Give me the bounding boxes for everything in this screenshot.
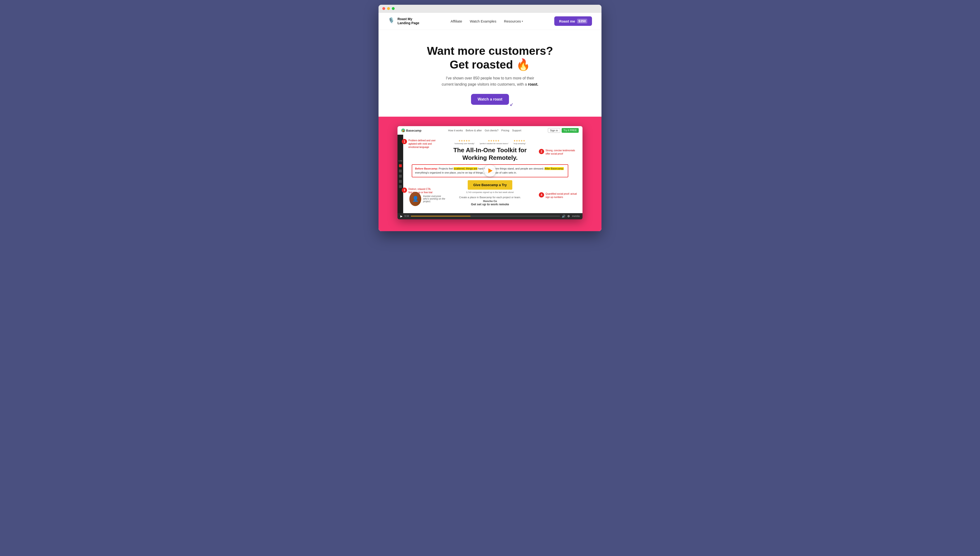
cta-price: $350 [577, 19, 587, 23]
avatar-text: Involve everyone who's working on the pr… [423, 195, 447, 203]
maximize-button[interactable] [392, 7, 395, 10]
sidebar-tool-2 [399, 170, 402, 172]
basecamp-icon: ⛺ [401, 129, 405, 132]
video-cta-button[interactable]: Give Basecamp a Try [468, 180, 513, 190]
star-group-3: ★★★★★ "truly amazing" [513, 139, 526, 145]
hero-section: Want more customers? Get roasted 🔥 I've … [378, 30, 602, 116]
sidebar-tool-5 [399, 185, 402, 188]
logo-text: Roast My Landing Page [398, 17, 419, 25]
video-container: ⛺ Basecamp How it works Before & after G… [398, 126, 582, 219]
play-triangle-icon [488, 168, 493, 173]
logo[interactable]: 🎙️ Roast My Landing Page [388, 17, 419, 25]
annotation-4-text: Quantified social proof: actual sign up … [545, 192, 579, 199]
progress-fill [411, 216, 470, 217]
close-button[interactable] [382, 7, 385, 10]
annotation-number-1: 1 [402, 139, 407, 144]
logo-icon: 🎙️ [388, 17, 396, 25]
annotation-number-4: 4 [539, 192, 544, 197]
navbar: 🎙️ Roast My Landing Page Affiliate Watch… [378, 13, 602, 30]
play-control-icon[interactable]: ▶ [400, 215, 403, 218]
annotation-1-text: Problem defined and user agitated with v… [408, 139, 437, 149]
before-after-box: Before Basecamp: Projects feel scattered… [412, 164, 568, 177]
video-try-free: Try it FREE [562, 128, 579, 133]
browser-window: 🎙️ Roast My Landing Page Affiliate Watch… [378, 5, 602, 231]
watch-roast-button[interactable]: Watch a roast ↙ [471, 94, 509, 105]
nav-affiliate[interactable]: Affiliate [451, 19, 462, 23]
nav-links: Affiliate Watch Examples Resources ▾ [451, 19, 523, 23]
wistia-logo: ≋wistia [572, 215, 580, 217]
sidebar-tool-1 [399, 164, 402, 167]
annotation-number-2: 2 [539, 149, 544, 154]
video-brand: ⛺ Basecamp [401, 129, 422, 132]
video-nav-links: How it works Before & after Got clients?… [448, 129, 521, 132]
video-controls: ▶ 9:34 🔊 ⚙ ≋wistia [398, 213, 582, 219]
annotation-4: 4 Quantified social proof: actual sign u… [539, 192, 579, 199]
sidebar-tool-3 [399, 175, 402, 178]
video-body: 1:53 1 Problem defined and user agitated… [398, 135, 582, 213]
annotation-number-3: 3 [402, 187, 407, 193]
annotation-2: 2 Strong, concise testimonials offer soc… [539, 149, 579, 155]
nav-watch-examples[interactable]: Watch Examples [470, 19, 496, 23]
time-display: 9:34 [404, 215, 409, 217]
nav-resources[interactable]: Resources ▾ [504, 19, 523, 23]
video-signin: Sign in [548, 128, 560, 133]
avatar-image: 👤 [409, 192, 421, 206]
progress-bar[interactable] [411, 216, 560, 217]
roast-me-button[interactable]: Roast me $350 [554, 16, 592, 26]
browser-chrome [378, 5, 602, 13]
avatar-section: 👤 Involve everyone who's working on the … [409, 192, 447, 206]
browser-content: 🎙️ Roast My Landing Page Affiliate Watch… [378, 13, 602, 231]
volume-icon[interactable]: 🔊 [562, 215, 565, 218]
video-nav-buttons: Sign in Try it FREE [548, 128, 579, 133]
play-button-overlay[interactable] [484, 165, 496, 177]
sidebar-tool-4 [399, 180, 402, 183]
star-group-2: ★★★★★ "perfect solution for remote teams… [479, 139, 508, 145]
annotation-1: 1 Problem defined and user agitated with… [402, 139, 437, 149]
hero-title: Want more customers? Get roasted 🔥 [388, 44, 592, 71]
hero-subtitle: I've shown over 850 people how to turn m… [440, 75, 540, 87]
annotation-2-text: Strong, concise testimonials offer socia… [545, 149, 579, 155]
minimize-button[interactable] [387, 7, 390, 10]
chevron-down-icon: ▾ [522, 20, 523, 23]
video-inner-navbar: ⛺ Basecamp How it works Before & after G… [398, 126, 582, 135]
star-group-1: ★★★★★ "extremely user friendly" [454, 139, 475, 145]
cursor-hint: ↙ [510, 102, 513, 107]
timestamp: 1:53 [398, 160, 402, 162]
settings-icon[interactable]: ⚙ [567, 215, 570, 218]
pink-section: ⛺ Basecamp How it works Before & after G… [378, 116, 602, 231]
